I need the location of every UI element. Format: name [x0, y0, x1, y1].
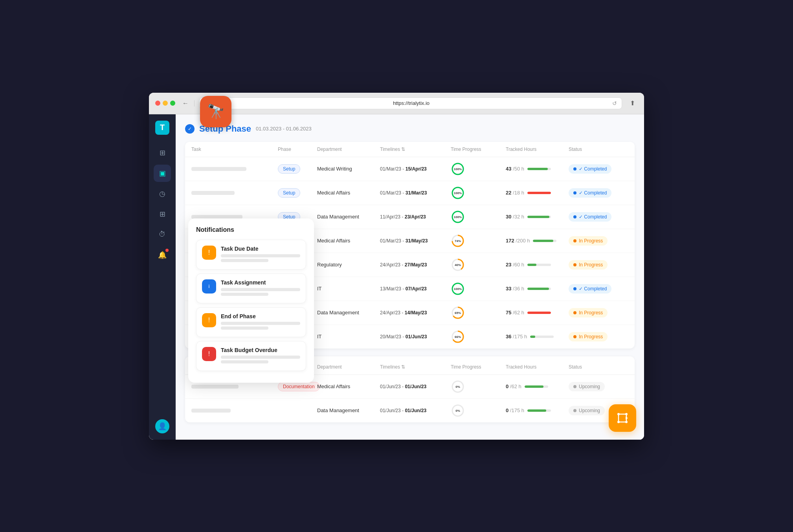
hours-cell: 0 /62 h: [506, 383, 569, 389]
table-row: Data Management 01/Jun/23 - 01/Jun/23 0%: [185, 399, 635, 422]
table-row: Setup Medical Affairs 01/Mar/23 - 31/Mar…: [185, 181, 635, 205]
phase-icon: ✓: [185, 124, 195, 134]
notification-name: Task Budget Overdue: [221, 347, 300, 353]
notification-desc-2: [221, 327, 268, 330]
notification-desc-2: [221, 360, 268, 363]
status-badge: ✓ Completed: [569, 164, 611, 174]
share-button[interactable]: ⬆: [627, 98, 638, 109]
close-button[interactable]: [155, 101, 160, 106]
timeline-cell: 01/Mar/23 - 15/Apr/23: [380, 166, 451, 172]
phase-badge: Setup: [278, 164, 300, 174]
hours-bar: [527, 288, 551, 290]
timeline-cell: 20/Mar/23 - 01/Jun/23: [380, 334, 451, 339]
hours-text: 0 /62 h: [506, 383, 521, 389]
browser-nav: ←: [180, 98, 195, 109]
progress-cell: 100%: [451, 282, 506, 296]
phase-cell: Setup: [278, 188, 317, 198]
sidebar-item-timer[interactable]: ⏱: [154, 226, 171, 243]
col-task: Task: [191, 147, 278, 152]
notification-item-end-of-phase[interactable]: ! End of Phase: [196, 307, 306, 337]
notification-desc-1: [221, 254, 300, 257]
sidebar-item-dashboard[interactable]: ⊞: [154, 144, 171, 161]
back-button[interactable]: ←: [180, 98, 191, 109]
hours-cell: 30 /32 h: [506, 214, 569, 220]
notification-desc-1: [221, 322, 300, 325]
hours-bar: [527, 192, 551, 194]
hours-bar: [527, 312, 551, 314]
refresh-icon[interactable]: ↺: [612, 100, 617, 106]
hours-bar: [533, 240, 556, 242]
notification-content: End of Phase: [221, 313, 300, 331]
hours-text: 43 /50 h: [506, 166, 524, 172]
table-row: Setup Medical Writing 01/Mar/23 - 15/Apr…: [185, 157, 635, 181]
progress-cell: 65%: [451, 306, 506, 320]
dept-cell: Medical Affairs: [317, 383, 380, 389]
status-cell: ✓ Completed: [569, 212, 624, 222]
notification-desc-2: [221, 259, 268, 262]
progress-cell: 100%: [451, 186, 506, 200]
notification-item-assignment[interactable]: i Task Assignment: [196, 273, 306, 303]
dept-cell: Regulatory: [317, 262, 380, 268]
hours-text: 75 /62 h: [506, 310, 524, 316]
task-placeholder: [191, 167, 246, 171]
task-placeholder: [191, 385, 239, 389]
task-placeholder: [191, 409, 231, 413]
progress-circle: 100%: [451, 210, 465, 224]
hours-cell: 23 /60 h: [506, 262, 569, 268]
sidebar-item-book[interactable]: ▣: [154, 165, 171, 182]
progress-circle: 100%: [451, 186, 465, 200]
progress-circle: 0%: [451, 404, 465, 418]
percent-label: 100%: [454, 287, 462, 290]
hours-cell: 22 /18 h: [506, 190, 569, 196]
percent-label: 40%: [455, 263, 461, 266]
status-cell: ✓ Completed: [569, 188, 624, 198]
timeline-cell: 01/Mar/23 - 31/Mar/23: [380, 190, 451, 196]
status-dot: [573, 311, 576, 314]
maximize-button[interactable]: [170, 101, 175, 106]
status-cell: ✓ Completed: [569, 164, 624, 174]
progress-circle: 65%: [451, 306, 465, 320]
end-of-phase-icon: !: [202, 313, 216, 327]
url-bar[interactable]: 🔒 https://trialytix.io ↺: [199, 97, 622, 109]
status-cell: ✓ Completed: [569, 284, 624, 294]
notification-item-due-date[interactable]: ! Task Due Date: [196, 240, 306, 270]
hours-cell: 43 /50 h: [506, 166, 569, 172]
due-date-icon: !: [202, 246, 216, 260]
sidebar-item-notifications[interactable]: 🔔: [154, 246, 171, 264]
percent-label: 66%: [455, 335, 461, 338]
floating-action-button[interactable]: [609, 404, 636, 432]
status-dot: [573, 335, 576, 338]
dept-cell: Medical Affairs: [317, 190, 380, 196]
hours-text: 22 /18 h: [506, 190, 524, 196]
progress-circle: 74%: [451, 234, 465, 248]
progress-cell: 74%: [451, 234, 506, 248]
minimize-button[interactable]: [163, 101, 168, 106]
col-time-progress: Time Progress: [451, 147, 506, 152]
budget-overdue-icon: !: [202, 347, 216, 361]
assignment-icon: i: [202, 279, 216, 294]
hours-text: 36 /175 h: [506, 334, 527, 339]
col2-department: Department: [317, 364, 380, 370]
app-icon: 🔭: [200, 96, 231, 127]
sidebar-item-clock[interactable]: ◷: [154, 185, 171, 202]
table-header: Task Phase Department Timelines ⇅ Time P…: [185, 142, 635, 157]
sidebar-item-grid[interactable]: ⊞: [154, 205, 171, 223]
hours-text: 30 /32 h: [506, 214, 524, 220]
progress-cell: 100%: [451, 210, 506, 224]
notification-name: Task Assignment: [221, 279, 300, 286]
task-cell: [191, 409, 278, 413]
status-badge: In Progress: [569, 236, 608, 246]
task-placeholder: [191, 191, 235, 195]
avatar-icon: 👤: [158, 422, 167, 431]
notification-name: End of Phase: [221, 313, 300, 319]
hours-cell: 36 /175 h: [506, 334, 569, 339]
user-avatar[interactable]: 👤: [155, 419, 169, 433]
notification-item-budget-overdue[interactable]: ! Task Budget Overdue: [196, 341, 306, 371]
notification-content: Task Budget Overdue: [221, 347, 300, 365]
task-cell: [191, 167, 278, 171]
notification-content: Task Assignment: [221, 279, 300, 297]
notification-content: Task Due Date: [221, 246, 300, 264]
col-tracked-hours: Tracked Hours: [506, 147, 569, 152]
dashboard-icon: ⊞: [160, 149, 165, 157]
hours-text: 33 /36 h: [506, 286, 524, 292]
